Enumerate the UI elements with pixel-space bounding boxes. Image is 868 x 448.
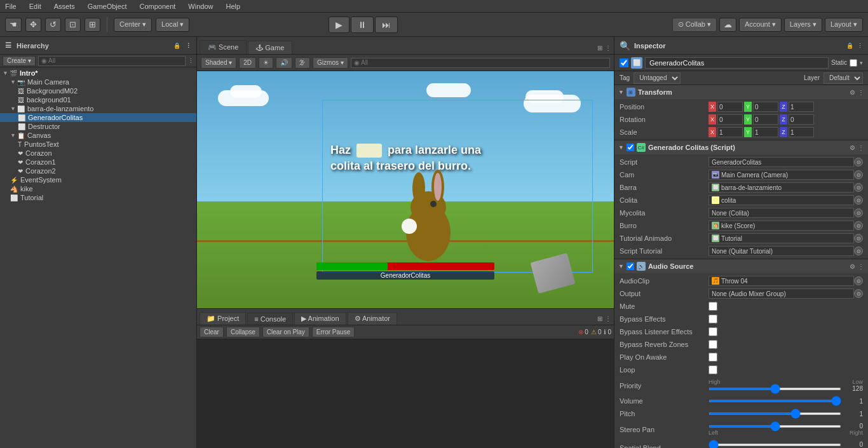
tutorial-target[interactable]: ⊙ bbox=[854, 234, 863, 243]
lighting-btn[interactable]: ☀ bbox=[259, 57, 273, 69]
hierarchy-item[interactable]: T PuntosText bbox=[0, 140, 196, 149]
menu-file[interactable]: File bbox=[3, 3, 19, 10]
2d-btn[interactable]: 2D bbox=[239, 57, 256, 69]
layers-dropdown[interactable]: Layers ▾ bbox=[784, 18, 822, 32]
play-button[interactable]: ▶ bbox=[329, 17, 349, 33]
spatial-slider[interactable] bbox=[709, 444, 841, 446]
tool-rect[interactable]: ⊞ bbox=[85, 18, 100, 32]
cloud-button[interactable]: ☁ bbox=[719, 18, 736, 32]
pitch-slider[interactable] bbox=[709, 412, 841, 415]
bypass-effects-checkbox[interactable] bbox=[709, 315, 717, 323]
transform-header[interactable]: ▼ ⊞ Transform ⚙ ⋮ bbox=[614, 85, 868, 99]
error-pause-button[interactable]: Error Pause bbox=[312, 327, 355, 337]
hierarchy-item[interactable]: 🖼 BackgroundM02 bbox=[0, 86, 196, 95]
transform-settings-icon[interactable]: ⚙ bbox=[850, 89, 855, 96]
audio-menu-icon[interactable]: ⋮ bbox=[858, 263, 864, 270]
menu-window[interactable]: Window bbox=[186, 3, 215, 10]
layer-select[interactable]: Default bbox=[824, 72, 863, 84]
clear-button[interactable]: Clear bbox=[200, 327, 224, 337]
audio-btn[interactable]: 🔊 bbox=[276, 57, 292, 69]
gizmos-btn[interactable]: Gizmos ▾ bbox=[313, 57, 348, 69]
hierarchy-item[interactable]: ▼ 📷 Main Camera bbox=[0, 78, 196, 86]
pos-z-input[interactable]: 1 bbox=[789, 102, 814, 112]
audio-settings-icon[interactable]: ⚙ bbox=[850, 263, 855, 270]
generador-active[interactable] bbox=[627, 144, 634, 151]
tab-animator[interactable]: ⚙ Animator bbox=[348, 312, 397, 325]
generador-settings-icon[interactable]: ⚙ bbox=[850, 144, 855, 151]
rot-y-input[interactable] bbox=[753, 114, 778, 125]
hierarchy-options[interactable]: ⋮ bbox=[188, 58, 194, 64]
menu-help[interactable]: Help bbox=[223, 3, 243, 10]
mycolita-target[interactable]: ⊙ bbox=[854, 208, 863, 217]
account-dropdown[interactable]: Account ▾ bbox=[739, 18, 782, 32]
priority-slider[interactable] bbox=[709, 388, 841, 390]
volume-slider[interactable] bbox=[709, 400, 841, 402]
static-checkbox[interactable] bbox=[850, 59, 857, 67]
hierarchy-item[interactable]: ▼ 📋 Canvas bbox=[0, 131, 196, 140]
pause-button[interactable]: ⏸ bbox=[351, 17, 374, 33]
script-tutorial-target[interactable]: ⊙ bbox=[854, 247, 863, 255]
play-awake-checkbox[interactable] bbox=[709, 353, 717, 362]
colita-target[interactable]: ⊙ bbox=[854, 196, 863, 205]
clear-on-play-button[interactable]: Clear on Play bbox=[262, 327, 309, 337]
tab-console[interactable]: ≡ Console bbox=[247, 313, 293, 325]
inspector-lock[interactable]: 🔒 bbox=[846, 43, 853, 49]
collapse-button[interactable]: Collapse bbox=[226, 327, 260, 337]
object-name-input[interactable] bbox=[645, 57, 829, 69]
center-button[interactable]: Center ▾ bbox=[114, 18, 152, 32]
rot-x-input[interactable] bbox=[717, 114, 743, 125]
burro-target[interactable]: ⊙ bbox=[854, 221, 863, 230]
scale-y-input[interactable] bbox=[753, 127, 778, 137]
tab-project[interactable]: 📁 Project bbox=[200, 312, 246, 325]
audioclip-target[interactable]: ⊙ bbox=[854, 276, 863, 285]
output-target[interactable]: ⊙ bbox=[854, 289, 863, 298]
scale-z-input[interactable] bbox=[789, 127, 814, 137]
layout-dropdown[interactable]: Layout ▾ bbox=[825, 18, 863, 32]
game-tab[interactable]: 🕹 Game bbox=[248, 41, 292, 54]
pos-x-input[interactable]: 0 bbox=[717, 102, 743, 112]
hierarchy-item[interactable]: ⬜ Destructor bbox=[0, 122, 196, 131]
tab-animation[interactable]: ▶ Animation bbox=[294, 312, 346, 325]
tool-hand[interactable]: ☚ bbox=[5, 18, 22, 32]
scene-view[interactable]: Haz para lanzarle una colita al trasero … bbox=[197, 71, 614, 308]
generador-header[interactable]: ▼ C# Generador Colitas (Script) ⚙ ⋮ bbox=[614, 140, 868, 154]
menu-component[interactable]: Component bbox=[137, 3, 178, 10]
tool-move[interactable]: ✥ bbox=[25, 18, 41, 32]
local-button[interactable]: Local ▾ bbox=[156, 18, 189, 32]
scene-tab[interactable]: 🎮 Scene bbox=[200, 40, 247, 54]
hierarchy-item[interactable]: ❤ Corazon1 bbox=[0, 158, 196, 166]
object-active-checkbox[interactable] bbox=[620, 58, 628, 67]
hierarchy-item[interactable]: ▼ 🎬 Intro* bbox=[0, 69, 196, 78]
hierarchy-create-btn[interactable]: Create ▾ bbox=[3, 56, 36, 66]
scene-search[interactable] bbox=[351, 58, 610, 68]
console-menu[interactable]: ⋮ bbox=[605, 315, 611, 322]
tag-select[interactable]: Untagged bbox=[634, 72, 681, 84]
shaded-btn[interactable]: Shaded ▾ bbox=[201, 57, 236, 69]
transform-menu-icon[interactable]: ⋮ bbox=[858, 89, 864, 96]
menu-gameobject[interactable]: GameObject bbox=[85, 3, 130, 10]
console-expand[interactable]: ⊞ bbox=[597, 315, 602, 322]
cam-target[interactable]: ⊙ bbox=[854, 170, 863, 179]
static-dropdown[interactable]: ▾ bbox=[860, 60, 863, 66]
hierarchy-item[interactable]: 🖼 background01 bbox=[0, 95, 196, 104]
step-button[interactable]: ⏭ bbox=[375, 17, 398, 33]
tool-scale[interactable]: ⊡ bbox=[65, 18, 81, 32]
hierarchy-item[interactable]: ⚡ EventSystem bbox=[0, 175, 196, 184]
vfx-btn[interactable]: 🌫 bbox=[295, 57, 310, 69]
inspector-menu[interactable]: ⋮ bbox=[857, 43, 863, 49]
hierarchy-search[interactable] bbox=[38, 56, 186, 66]
generador-menu-icon[interactable]: ⋮ bbox=[858, 144, 864, 151]
stereo-slider[interactable] bbox=[709, 425, 841, 428]
audio-header[interactable]: ▼ 🔊 Audio Source ⚙ ⋮ bbox=[614, 259, 868, 273]
tool-rotate[interactable]: ↺ bbox=[45, 18, 61, 32]
hierarchy-item[interactable]: ❤ Corazon bbox=[0, 149, 196, 158]
barra-target[interactable]: ⊙ bbox=[854, 183, 863, 192]
hierarchy-item-kike[interactable]: 🐴 kike bbox=[0, 184, 196, 193]
hierarchy-item-tutorial[interactable]: ⬜ Tutorial bbox=[0, 193, 196, 202]
view-expand[interactable]: ⊞ bbox=[597, 44, 602, 51]
hierarchy-menu[interactable]: ⋮ bbox=[186, 43, 191, 49]
script-target[interactable]: ⊙ bbox=[854, 158, 863, 166]
loop-checkbox[interactable] bbox=[709, 365, 717, 374]
rot-z-input[interactable] bbox=[789, 114, 814, 125]
audio-active[interactable] bbox=[627, 262, 634, 270]
